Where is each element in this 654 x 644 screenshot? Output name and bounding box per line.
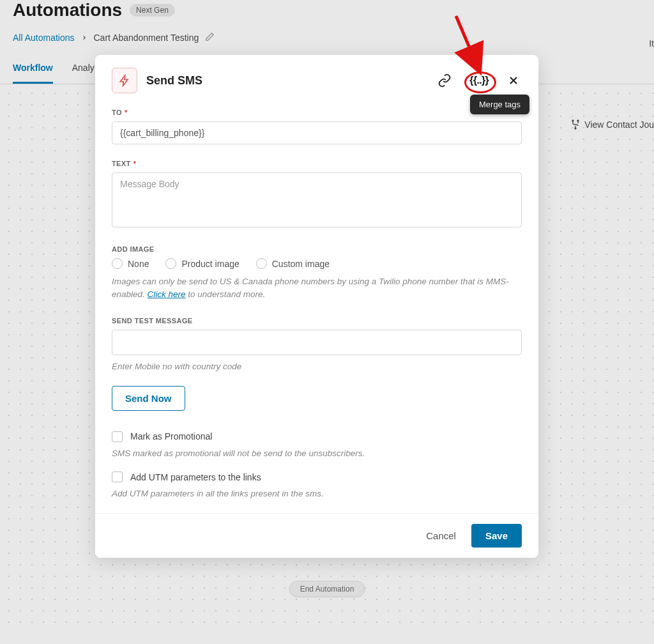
image-option-custom[interactable]: Custom image (256, 258, 330, 269)
merge-tags-tooltip: Merge tags (470, 95, 529, 114)
bolt-icon (112, 68, 137, 93)
add-image-label: ADD IMAGE (112, 245, 522, 253)
click-here-link[interactable]: Click here (148, 289, 186, 299)
modal-title: Send SMS (146, 74, 202, 88)
check-label: Mark as Promotional (130, 431, 212, 441)
send-test-helper: Enter Mobile no with country code (112, 360, 522, 373)
breadcrumb: All Automations Cart Abandonment Testing (0, 20, 654, 51)
send-test-label: SEND TEST MESSAGE (112, 317, 522, 325)
image-option-none[interactable]: None (112, 258, 149, 269)
send-test-input[interactable] (112, 330, 522, 355)
send-sms-modal: Send SMS {{..}} TO* TEXT* ADD (95, 55, 538, 558)
close-icon[interactable] (505, 72, 522, 89)
message-body-textarea[interactable] (112, 172, 522, 227)
radio-label: Product image (181, 259, 239, 269)
add-utm-checkbox[interactable]: Add UTM parameters to the links (112, 471, 522, 482)
check-label: Add UTM parameters to the links (130, 472, 261, 482)
to-label: TO* (112, 109, 522, 116)
breadcrumb-current: Cart Abandonment Testing (94, 33, 199, 43)
mark-promotional-checkbox[interactable]: Mark as Promotional (112, 431, 522, 442)
right-truncated-text: It (649, 38, 654, 49)
text-label: TEXT* (112, 160, 522, 167)
pencil-icon[interactable] (205, 32, 215, 43)
save-button[interactable]: Save (471, 524, 522, 548)
tab-workflow[interactable]: Workflow (13, 63, 53, 84)
page-title: Automations (13, 0, 122, 20)
merge-tags-icon[interactable]: {{..}} (471, 72, 487, 89)
tab-analytics[interactable]: Analy (72, 63, 95, 84)
image-helper: Images can only be send to US & Canada p… (112, 275, 522, 302)
radio-label: None (128, 259, 149, 269)
to-input[interactable] (112, 121, 522, 144)
breadcrumb-link-all[interactable]: All Automations (13, 33, 75, 43)
chevron-right-icon (81, 33, 87, 43)
radio-label: Custom image (272, 259, 330, 269)
promo-helper: SMS marked as promotional will not be se… (112, 447, 522, 460)
send-now-button[interactable]: Send Now (112, 386, 185, 411)
end-automation-node[interactable]: End Automation (289, 581, 365, 597)
fork-icon (570, 119, 581, 130)
image-option-product[interactable]: Product image (165, 258, 239, 269)
cancel-button[interactable]: Cancel (426, 530, 456, 541)
utm-helper: Add UTM parameters in all the links pres… (112, 487, 522, 500)
view-contact-journey-button[interactable]: View Contact Jou (570, 119, 654, 130)
view-journey-label: View Contact Jou (584, 119, 654, 130)
nextgen-badge: Next Gen (130, 4, 175, 17)
link-icon[interactable] (436, 72, 453, 89)
